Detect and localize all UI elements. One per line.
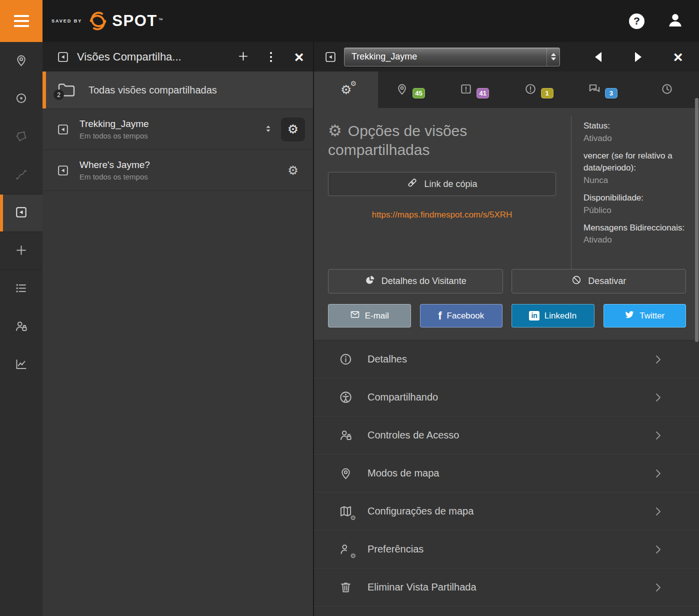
pie-chart-icon (364, 274, 376, 288)
panel-more-options-button[interactable] (257, 42, 285, 72)
bidirectional-messages-value: Ativado (584, 235, 686, 245)
trash-icon (339, 580, 352, 594)
detail-header: Trekking_Jayme × (314, 42, 699, 72)
tab-alerts[interactable]: 1 (506, 72, 570, 108)
chat-count-badge: 3 (605, 88, 618, 98)
options-accordion: Detalhes Compartilhando Controles de Ace… (314, 340, 699, 616)
add-shared-view-button[interactable] (229, 42, 257, 72)
user-lock-icon (339, 428, 352, 442)
view-select[interactable]: Trekking_Jayme (344, 48, 560, 66)
shared-views-icon (56, 50, 70, 64)
user-icon (666, 12, 684, 30)
help-icon: ? (629, 14, 644, 29)
folder-icon: 2 (58, 82, 76, 98)
tab-locations[interactable]: 45 (378, 72, 442, 108)
nav-geofence-button[interactable] (0, 118, 42, 156)
availability-item: Disponibilidade: Público (584, 192, 686, 216)
chevron-right-icon (652, 354, 664, 366)
previous-view-button[interactable] (587, 46, 609, 68)
nav-reports-button[interactable] (0, 346, 42, 384)
options-content: ⚙Opções de visões compartilhadas Link de… (314, 108, 699, 340)
alerts-count-badge: 1 (541, 88, 554, 98)
status-value: Ativado (584, 134, 686, 144)
shared-views-list: 2 Todas visões compartilhadas Trekking_J… (42, 72, 313, 616)
tab-chat[interactable]: 3 (570, 72, 634, 108)
app-body: Visões Compartilha... × 2 Todas v (0, 42, 699, 616)
nav-tracking-button[interactable] (0, 42, 42, 80)
share-url-link[interactable]: https://maps.findmespot.com/s/5XRH (328, 210, 556, 220)
all-shared-views-item[interactable]: 2 Todas visões compartilhadas (42, 72, 313, 109)
select-spinner-icon (546, 48, 560, 66)
menu-item-details[interactable]: Detalhes (314, 340, 699, 378)
users-lock-icon (14, 320, 28, 334)
sort-icon (262, 123, 274, 136)
visitor-details-button[interactable]: Detalhes do Visitante (328, 269, 503, 294)
checklist-icon (14, 282, 28, 296)
shared-view-item-trekking[interactable]: Trekking_Jayme Em todos os tempos ⚙ (42, 109, 313, 150)
chevron-right-icon (652, 392, 664, 404)
view-select-value: Trekking_Jayme (352, 52, 546, 62)
chevron-right-icon (652, 468, 664, 480)
tab-settings[interactable]: ⚙⚙ (314, 72, 378, 108)
gear-icon: ⚙ (288, 164, 298, 178)
reorder-view-button[interactable] (258, 120, 278, 140)
account-button[interactable] (666, 12, 684, 30)
copy-link-button[interactable]: Link de cópia (328, 172, 556, 196)
view-settings-button[interactable]: ⚙ (281, 158, 305, 182)
chevron-right-icon (652, 430, 664, 442)
close-shared-views-button[interactable]: × (285, 42, 313, 72)
share-linkedin-button[interactable]: in LinkedIn (512, 304, 594, 328)
menu-item-preferences[interactable]: ⚙ Preferências (314, 530, 699, 568)
tab-messages[interactable]: 41 (442, 72, 506, 108)
view-name: Where's Jayme? (80, 160, 150, 170)
nav-list-button[interactable] (0, 270, 42, 308)
nav-target-button[interactable] (0, 80, 42, 118)
nav-shared-views-button[interactable] (0, 194, 42, 232)
close-icon: × (294, 49, 304, 65)
nav-users-button[interactable] (0, 308, 42, 346)
chevron-right-icon (652, 544, 664, 556)
locations-count-badge: 45 (412, 88, 425, 98)
shared-views-icon (14, 206, 28, 220)
plus-icon (14, 244, 28, 258)
nav-add-button[interactable] (0, 232, 42, 270)
shared-view-item-wheres-jayme[interactable]: Where's Jayme? Em todos os tempos ⚙ (42, 150, 313, 191)
scrollbar-thumb[interactable] (695, 98, 698, 342)
share-facebook-button[interactable]: f Facebook (420, 304, 503, 328)
tab-history[interactable] (635, 72, 699, 108)
all-views-label: Todas visões compartilhadas (88, 84, 217, 96)
close-detail-button[interactable]: × (664, 42, 692, 72)
view-name: Trekking_Jayme (80, 118, 149, 129)
hamburger-menu-button[interactable] (0, 0, 42, 42)
linkedin-icon: in (529, 311, 539, 320)
shared-views-panel: Visões Compartilha... × 2 Todas v (42, 42, 314, 616)
map-gear-icon: ⚙ (339, 504, 352, 518)
facebook-icon: f (438, 310, 442, 322)
shared-view-detail-panel: Trekking_Jayme × ⚙⚙ (314, 42, 699, 616)
menu-item-map-settings[interactable]: ⚙ Configurações de mapa (314, 492, 699, 530)
deactivate-button[interactable]: Desativar (512, 269, 686, 294)
ban-icon (571, 274, 582, 288)
help-button[interactable]: ? (629, 14, 644, 29)
chat-icon (588, 82, 601, 97)
share-email-button[interactable]: E-mail (328, 304, 411, 328)
gear-icon: ⚙ (288, 122, 298, 136)
nav-routes-button[interactable] (0, 156, 42, 194)
menu-item-sharing[interactable]: Compartilhando (314, 378, 699, 416)
menu-item-delete-shared-view[interactable]: Eliminar Vista Partilhada (314, 568, 699, 606)
messages-count-badge: 41 (476, 88, 489, 98)
next-view-button[interactable] (627, 46, 649, 68)
menu-item-access-controls[interactable]: Controles de Acesso (314, 416, 699, 454)
share-twitter-button[interactable]: Twitter (604, 304, 686, 328)
gears-icon: ⚙⚙ (338, 82, 354, 98)
view-settings-button-active[interactable]: ⚙ (281, 118, 305, 142)
saved-by-label: SAVED BY (52, 18, 82, 24)
menu-item-map-modes[interactable]: Modos de mapa (314, 454, 699, 492)
view-timeframe: Em todos os tempos (80, 132, 258, 140)
map-pin-icon (396, 82, 408, 97)
alert-circle-icon (524, 82, 537, 97)
copy-link-label: Link de cópia (424, 179, 477, 190)
message-alert-icon (460, 82, 472, 97)
nav-rail (0, 42, 42, 616)
brand-name: SPOT (112, 12, 157, 30)
